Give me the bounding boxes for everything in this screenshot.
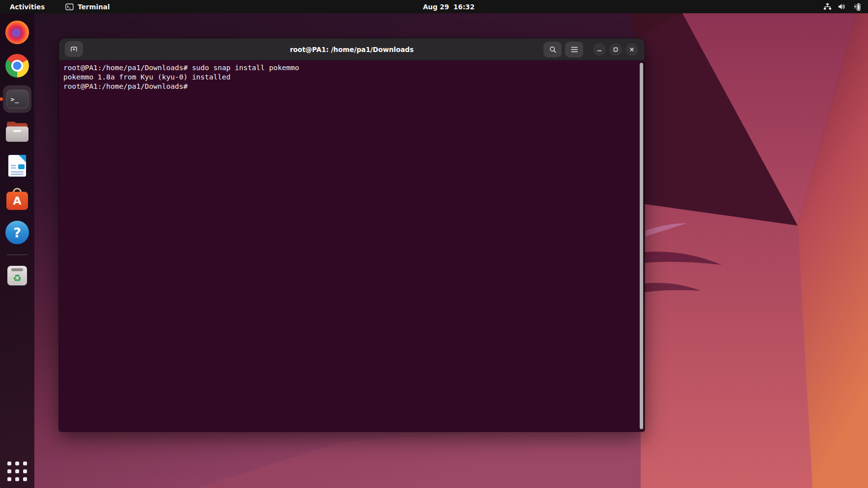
terminal-line: pokemmo 1.8a from Kyu (kyu-0) installed — [63, 73, 640, 82]
clock-time: 16:32 — [454, 3, 475, 11]
dock-item-libreoffice-writer[interactable] — [3, 154, 31, 178]
activities-button[interactable]: Activities — [10, 3, 45, 11]
maximize-button[interactable] — [609, 43, 622, 56]
menu-button[interactable] — [565, 42, 583, 57]
terminal-icon: >_ — [6, 90, 28, 108]
terminal-scrollbar[interactable] — [640, 63, 643, 429]
dock-item-firefox[interactable] — [3, 20, 31, 45]
minimize-button[interactable] — [593, 43, 606, 56]
terminal-line: root@PA1:/home/pa1/Downloads# sudo snap … — [63, 63, 640, 73]
dock-item-chrome[interactable] — [3, 53, 31, 78]
show-applications-button[interactable] — [7, 462, 27, 481]
dock-item-terminal[interactable]: >_ — [3, 85, 31, 113]
files-folder-icon — [6, 123, 28, 142]
terminal-window: root@PA1: /home/pa1/Downloads — [59, 38, 645, 432]
dock-item-help[interactable]: ? — [3, 220, 31, 245]
dock-divider — [7, 255, 27, 255]
clock-calendar-button[interactable]: Aug 29 16:32 — [423, 3, 474, 11]
battery-charging-icon — [852, 3, 861, 11]
chrome-icon — [5, 54, 29, 77]
system-status-area[interactable] — [821, 0, 863, 13]
network-wired-icon — [823, 3, 832, 10]
terminal-titlebar[interactable]: root@PA1: /home/pa1/Downloads — [59, 38, 645, 60]
dock-item-files[interactable] — [3, 120, 31, 145]
terminal-content[interactable]: root@PA1:/home/pa1/Downloads# sudo snap … — [59, 61, 645, 432]
dock: >_ A ? ♻ — [0, 13, 34, 488]
top-bar: Activities Terminal Aug 29 16:32 — [0, 0, 868, 13]
close-button[interactable] — [625, 43, 638, 56]
help-icon: ? — [5, 221, 29, 244]
trash-icon: ♻ — [6, 264, 28, 286]
search-button[interactable] — [543, 42, 562, 57]
libreoffice-writer-icon — [8, 155, 26, 177]
clock-date: Aug 29 — [423, 3, 449, 11]
window-controls — [543, 38, 638, 60]
new-tab-button[interactable] — [65, 41, 83, 57]
app-menu-label: Terminal — [78, 3, 109, 11]
dock-item-trash[interactable]: ♻ — [3, 263, 31, 287]
terminal-line: root@PA1:/home/pa1/Downloads# — [63, 82, 640, 91]
dock-item-ubuntu-software[interactable]: A — [3, 187, 31, 211]
app-menu[interactable]: Terminal — [65, 3, 109, 11]
ubuntu-software-icon: A — [5, 187, 29, 211]
firefox-icon — [5, 21, 29, 44]
volume-icon — [838, 3, 846, 10]
terminal-indicator-icon — [65, 3, 74, 10]
running-indicator-dot — [0, 98, 3, 101]
